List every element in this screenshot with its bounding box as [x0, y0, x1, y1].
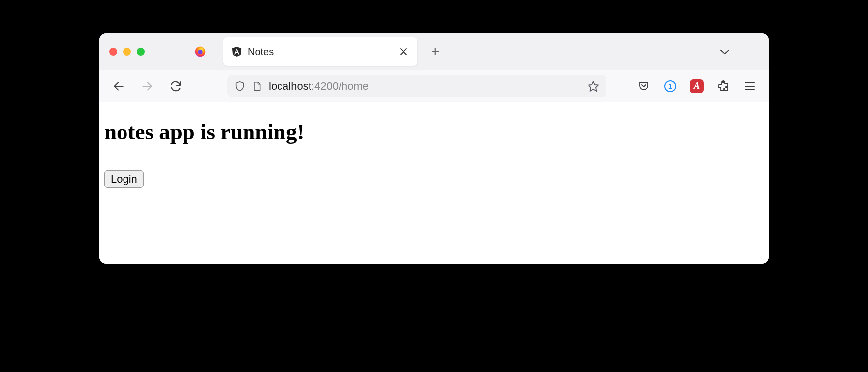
tab-bar: Notes + [99, 33, 769, 70]
nav-buttons [111, 79, 183, 93]
address-bar[interactable]: localhost:4200/home [227, 75, 606, 97]
shield-icon[interactable] [234, 80, 245, 92]
new-tab-button[interactable]: + [431, 44, 440, 59]
window-minimize-button[interactable] [123, 48, 131, 56]
page-icon[interactable] [252, 81, 262, 92]
back-button[interactable] [111, 79, 126, 93]
svg-marker-6 [589, 81, 598, 91]
toolbar: localhost:4200/home 1 A [99, 70, 769, 102]
onepassword-icon[interactable]: 1 [663, 79, 677, 93]
url-text: localhost:4200/home [269, 80, 581, 93]
extensions-icon[interactable] [716, 79, 730, 93]
login-button[interactable]: Login [104, 170, 144, 188]
extension-red-icon[interactable]: A [690, 79, 704, 93]
angular-icon [231, 46, 242, 57]
traffic-lights [109, 48, 145, 56]
firefox-icon[interactable] [194, 45, 207, 58]
tab-title: Notes [248, 46, 398, 58]
all-tabs-dropdown-icon[interactable] [719, 48, 730, 55]
page-heading: notes app is running! [104, 119, 764, 145]
svg-point-1 [198, 50, 202, 54]
menu-icon[interactable] [743, 79, 757, 93]
pocket-icon[interactable] [637, 79, 651, 93]
url-host: localhost [269, 80, 311, 92]
window-maximize-button[interactable] [137, 48, 145, 56]
bookmark-star-icon[interactable] [588, 80, 599, 92]
window-close-button[interactable] [109, 48, 117, 56]
reload-button[interactable] [168, 79, 183, 93]
browser-tab[interactable]: Notes [223, 37, 417, 66]
page-content: notes app is running! Login [99, 102, 769, 264]
forward-button[interactable] [140, 79, 155, 93]
browser-window: Notes + [99, 33, 769, 264]
url-path: :4200/home [311, 80, 369, 92]
close-tab-icon[interactable] [398, 44, 409, 60]
toolbar-right-icons: 1 A [637, 79, 757, 93]
